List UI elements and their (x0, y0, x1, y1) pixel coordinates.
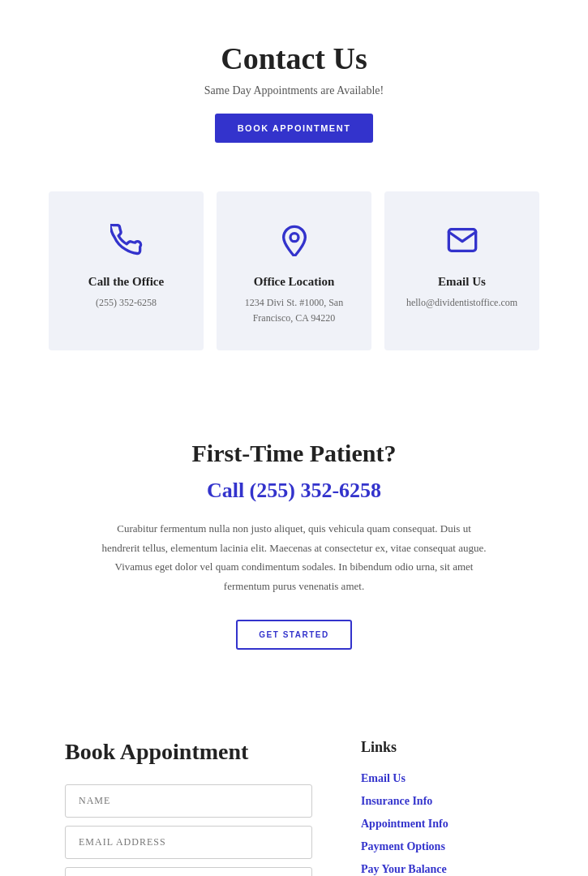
book-links-section: Book Appointment SUBMIT Links Email Us I… (0, 690, 588, 876)
link-email-us[interactable]: Email Us (361, 772, 523, 785)
links-column: Links Email Us Insurance Info Appointmen… (361, 739, 523, 876)
get-started-button[interactable]: GET STARTED (236, 620, 351, 650)
email-icon (401, 224, 523, 264)
card-location-title: Office Location (233, 275, 355, 289)
card-email: Email Us hello@dividentistoffice.com (384, 191, 539, 350)
card-email-title: Email Us (401, 275, 523, 289)
page-title: Contact Us (16, 41, 572, 76)
card-call-title: Call the Office (65, 275, 187, 289)
link-payment-options[interactable]: Payment Options (361, 840, 523, 853)
first-time-section: First-Time Patient? Call (255) 352-6258 … (0, 399, 588, 690)
svg-point-0 (290, 234, 298, 242)
name-input[interactable] (65, 784, 312, 818)
link-insurance-info[interactable]: Insurance Info (361, 795, 523, 808)
email-input[interactable] (65, 826, 312, 859)
book-appointment-button-top[interactable]: BOOK APPOINTMENT (215, 114, 374, 143)
message-input[interactable] (65, 867, 312, 876)
book-form-heading: Book Appointment (65, 739, 312, 765)
links-heading: Links (361, 739, 523, 756)
cards-section: Call the Office (255) 352-6258 Office Lo… (0, 175, 588, 399)
first-time-phone: Call (255) 352-6258 (97, 479, 491, 503)
book-form-column: Book Appointment SUBMIT (65, 739, 312, 876)
card-location: Office Location 1234 Divi St. #1000, San… (217, 191, 371, 350)
card-location-text: 1234 Divi St. #1000, San Francisco, CA 9… (233, 295, 355, 326)
card-call: Call the Office (255) 352-6258 (49, 191, 204, 350)
first-time-heading: First-Time Patient? (97, 440, 491, 467)
first-time-body: Curabitur fermentum nulla non justo aliq… (97, 519, 491, 595)
location-icon (233, 224, 355, 264)
link-pay-balance[interactable]: Pay Your Balance (361, 863, 523, 876)
phone-icon (65, 224, 187, 264)
link-appointment-info[interactable]: Appointment Info (361, 818, 523, 831)
card-email-text: hello@dividentistoffice.com (401, 295, 523, 311)
contact-header: Contact Us Same Day Appointments are Ava… (0, 0, 588, 175)
card-call-text: (255) 352-6258 (65, 295, 187, 311)
subtitle: Same Day Appointments are Available! (16, 84, 572, 97)
